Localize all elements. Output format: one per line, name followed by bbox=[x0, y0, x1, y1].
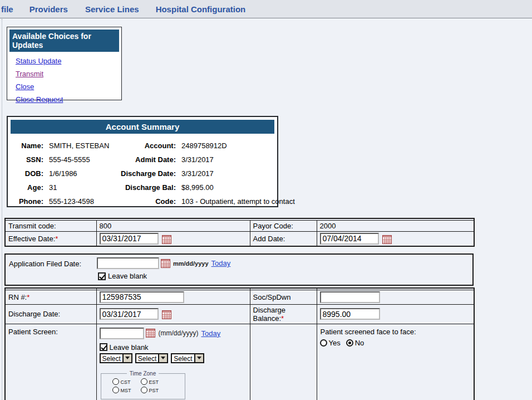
summary-value: 31 bbox=[49, 181, 111, 194]
required-mark: * bbox=[55, 235, 58, 243]
codes-dates-table: Transmit code: 800 Payor Code: 2000 Effe… bbox=[4, 218, 475, 247]
patient-screen-label: Patient Screen: bbox=[5, 324, 96, 400]
payor-code-label: Payor Code: bbox=[250, 220, 317, 231]
top-nav-bar: file Providers Service Lines Hospital Co… bbox=[0, 0, 532, 18]
available-choices-title: Available Choices for Updates bbox=[9, 30, 119, 52]
application-filed-date-section: Application Filed Date: mm/dd/yyyy Today… bbox=[4, 253, 474, 286]
link-close[interactable]: Close bbox=[16, 83, 34, 91]
nav-item-providers[interactable]: Providers bbox=[29, 4, 68, 14]
empty-cell bbox=[250, 324, 317, 400]
calendar-icon[interactable] bbox=[146, 329, 155, 338]
link-status-update[interactable]: Status Update bbox=[16, 57, 61, 65]
summary-label: Age: bbox=[14, 181, 43, 194]
discharge-date-input[interactable] bbox=[100, 308, 159, 320]
left-frame-divider bbox=[2, 19, 2, 400]
summary-label: Phone: bbox=[14, 194, 43, 208]
soc-spdwn-label: Soc/SpDwn bbox=[250, 290, 317, 304]
summary-value: 555-45-5555 bbox=[49, 153, 111, 167]
dropdown-button[interactable] bbox=[122, 354, 131, 362]
summary-label: Account: bbox=[117, 139, 176, 153]
nav-item-service-lines[interactable]: Service Lines bbox=[85, 4, 139, 14]
application-filed-date-input[interactable] bbox=[97, 257, 159, 269]
date-format-hint: mm/dd/yyyy bbox=[173, 260, 209, 267]
summary-label: SSN: bbox=[14, 153, 43, 167]
summary-label: Discharge Date: bbox=[117, 167, 176, 181]
available-choices-panel: Available Choices for Updates Status Upd… bbox=[7, 27, 122, 100]
summary-value: SMITH, ESTEBAN bbox=[49, 139, 111, 153]
summary-label: Name: bbox=[14, 139, 43, 153]
face-to-face-label: Patient screened face to face: bbox=[321, 328, 471, 336]
leave-blank-label: Leave blank bbox=[110, 343, 149, 352]
summary-value: 555-123-4598 bbox=[49, 194, 111, 208]
time-zone-fieldset: Time Zone CST EST MST PST bbox=[101, 370, 185, 399]
payor-code-value: 2000 bbox=[317, 220, 474, 231]
calendar-icon[interactable] bbox=[162, 310, 171, 319]
account-summary-grid: Name: SMITH, ESTEBAN Account: 2489758912… bbox=[8, 136, 277, 208]
add-date-input[interactable] bbox=[320, 233, 379, 245]
application-filed-date-label: Application Filed Date: bbox=[9, 260, 81, 268]
radio-pst[interactable] bbox=[141, 387, 147, 393]
chevron-down-icon bbox=[197, 357, 201, 359]
date-format-hint: (mm/dd/yyyy) bbox=[159, 329, 199, 337]
radio-no[interactable] bbox=[346, 339, 353, 347]
calendar-icon[interactable] bbox=[382, 235, 392, 244]
summary-value: 103 - Outpatient, attempt to contact bbox=[181, 194, 295, 208]
required-mark: * bbox=[281, 314, 284, 323]
discharge-balance-label: Discharge Balance:* bbox=[250, 304, 317, 324]
radio-est[interactable] bbox=[141, 378, 147, 385]
radio-cst-label: CST bbox=[121, 379, 132, 385]
soc-spdwn-input[interactable] bbox=[320, 291, 380, 303]
today-link[interactable]: Today bbox=[201, 329, 221, 338]
calendar-icon[interactable] bbox=[161, 259, 170, 268]
chevron-down-icon bbox=[161, 357, 165, 359]
screen-select-3[interactable]: Select bbox=[171, 353, 204, 363]
today-link[interactable]: Today bbox=[211, 259, 231, 267]
screen-select-2[interactable]: Select bbox=[135, 353, 168, 363]
transmit-code-value: 800 bbox=[96, 220, 250, 231]
patient-screen-date-input[interactable] bbox=[100, 328, 144, 339]
time-zone-legend: Time Zone bbox=[127, 370, 159, 377]
link-close-request[interactable]: Close Request bbox=[16, 96, 63, 104]
summary-value: 2489758912D bbox=[181, 139, 295, 153]
rn-number-input[interactable] bbox=[100, 291, 184, 303]
update-form: Transmit code: 800 Payor Code: 2000 Effe… bbox=[4, 218, 476, 400]
nav-item-hospital-configuration[interactable]: Hospital Configuration bbox=[156, 4, 246, 14]
rn-number-label: RN #:* bbox=[5, 290, 96, 304]
discharge-balance-input[interactable] bbox=[320, 308, 380, 320]
radio-mst[interactable] bbox=[112, 387, 119, 393]
account-summary-panel: Account Summary Name: SMITH, ESTEBAN Acc… bbox=[7, 116, 278, 207]
required-mark: * bbox=[27, 293, 29, 301]
effective-date-input[interactable] bbox=[100, 233, 159, 245]
face-to-face-cell: Patient screened face to face: Yes No bbox=[317, 324, 474, 400]
radio-yes[interactable] bbox=[320, 339, 327, 347]
dropdown-button[interactable] bbox=[194, 354, 203, 362]
leave-blank-label: Leave blank bbox=[108, 272, 147, 280]
patient-screen-cell: (mm/dd/yyyy) Today Leave blank Select bbox=[96, 324, 250, 400]
nav-item-file[interactable]: file bbox=[1, 4, 13, 14]
patient-details-table: RN #:* Soc/SpDwn Discharge Date: Dischar… bbox=[4, 287, 475, 400]
summary-label: DOB: bbox=[14, 167, 43, 181]
chevron-down-icon bbox=[125, 357, 130, 359]
summary-label: Code: bbox=[117, 194, 176, 208]
summary-label: Admit Date: bbox=[117, 153, 176, 167]
summary-value: 3/31/2017 bbox=[181, 153, 295, 167]
application-window: file Providers Service Lines Hospital Co… bbox=[0, 0, 532, 400]
transmit-code-label: Transmit code: bbox=[5, 220, 96, 231]
radio-yes-label: Yes bbox=[329, 339, 341, 347]
summary-label: Discharge Bal: bbox=[117, 181, 176, 194]
leave-blank-checkbox[interactable] bbox=[100, 343, 107, 351]
calendar-icon[interactable] bbox=[162, 235, 171, 244]
leave-blank-checkbox[interactable] bbox=[98, 272, 106, 280]
summary-value: 3/31/2017 bbox=[181, 167, 295, 181]
account-summary-title: Account Summary bbox=[11, 120, 274, 134]
link-transmit[interactable]: Transmit bbox=[16, 70, 43, 78]
dropdown-button[interactable] bbox=[158, 354, 167, 362]
radio-no-label: No bbox=[355, 339, 364, 347]
radio-mst-label: MST bbox=[121, 388, 132, 393]
discharge-date-label: Discharge Date: bbox=[5, 304, 96, 324]
radio-cst[interactable] bbox=[112, 378, 119, 385]
add-date-label: Add Date: bbox=[250, 231, 317, 246]
radio-est-label: EST bbox=[149, 379, 160, 385]
effective-date-label: Effective Date:* bbox=[5, 231, 96, 246]
screen-select-1[interactable]: Select bbox=[100, 353, 132, 363]
